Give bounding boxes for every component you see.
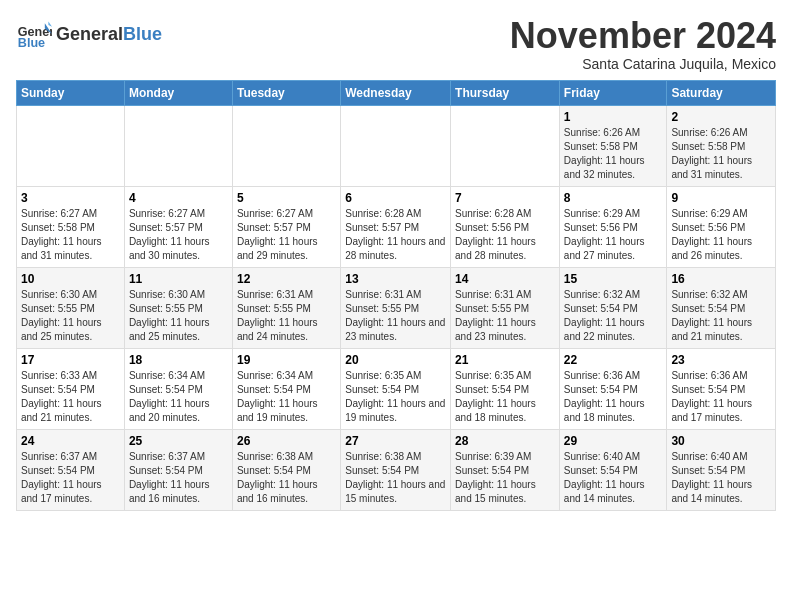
day-info: Sunrise: 6:32 AM Sunset: 5:54 PM Dayligh… — [671, 288, 771, 344]
logo: General Blue GeneralBlue — [16, 16, 162, 52]
calendar-header: SundayMondayTuesdayWednesdayThursdayFrid… — [17, 80, 776, 105]
day-info: Sunrise: 6:35 AM Sunset: 5:54 PM Dayligh… — [455, 369, 555, 425]
day-info: Sunrise: 6:31 AM Sunset: 5:55 PM Dayligh… — [455, 288, 555, 344]
day-info: Sunrise: 6:39 AM Sunset: 5:54 PM Dayligh… — [455, 450, 555, 506]
day-number: 5 — [237, 191, 336, 205]
day-number: 13 — [345, 272, 446, 286]
day-number: 21 — [455, 353, 555, 367]
day-number: 6 — [345, 191, 446, 205]
calendar-cell — [17, 105, 125, 186]
day-number: 28 — [455, 434, 555, 448]
calendar-cell: 16Sunrise: 6:32 AM Sunset: 5:54 PM Dayli… — [667, 267, 776, 348]
day-info: Sunrise: 6:31 AM Sunset: 5:55 PM Dayligh… — [237, 288, 336, 344]
day-info: Sunrise: 6:37 AM Sunset: 5:54 PM Dayligh… — [129, 450, 228, 506]
header: General Blue GeneralBlue November 2024 S… — [16, 16, 776, 72]
calendar-week-2: 3Sunrise: 6:27 AM Sunset: 5:58 PM Daylig… — [17, 186, 776, 267]
weekday-header-friday: Friday — [559, 80, 667, 105]
day-info: Sunrise: 6:35 AM Sunset: 5:54 PM Dayligh… — [345, 369, 446, 425]
calendar-cell: 2Sunrise: 6:26 AM Sunset: 5:58 PM Daylig… — [667, 105, 776, 186]
day-info: Sunrise: 6:29 AM Sunset: 5:56 PM Dayligh… — [671, 207, 771, 263]
calendar-cell: 27Sunrise: 6:38 AM Sunset: 5:54 PM Dayli… — [341, 429, 451, 510]
calendar-cell: 1Sunrise: 6:26 AM Sunset: 5:58 PM Daylig… — [559, 105, 667, 186]
title-area: November 2024 Santa Catarina Juquila, Me… — [510, 16, 776, 72]
location-subtitle: Santa Catarina Juquila, Mexico — [510, 56, 776, 72]
day-info: Sunrise: 6:27 AM Sunset: 5:57 PM Dayligh… — [237, 207, 336, 263]
day-number: 15 — [564, 272, 663, 286]
day-number: 17 — [21, 353, 120, 367]
day-info: Sunrise: 6:27 AM Sunset: 5:58 PM Dayligh… — [21, 207, 120, 263]
calendar-cell: 6Sunrise: 6:28 AM Sunset: 5:57 PM Daylig… — [341, 186, 451, 267]
day-number: 2 — [671, 110, 771, 124]
calendar-cell: 7Sunrise: 6:28 AM Sunset: 5:56 PM Daylig… — [451, 186, 560, 267]
day-number: 14 — [455, 272, 555, 286]
calendar-week-5: 24Sunrise: 6:37 AM Sunset: 5:54 PM Dayli… — [17, 429, 776, 510]
day-number: 10 — [21, 272, 120, 286]
day-info: Sunrise: 6:27 AM Sunset: 5:57 PM Dayligh… — [129, 207, 228, 263]
weekday-header-sunday: Sunday — [17, 80, 125, 105]
calendar-cell: 17Sunrise: 6:33 AM Sunset: 5:54 PM Dayli… — [17, 348, 125, 429]
weekday-row: SundayMondayTuesdayWednesdayThursdayFrid… — [17, 80, 776, 105]
day-number: 26 — [237, 434, 336, 448]
day-info: Sunrise: 6:37 AM Sunset: 5:54 PM Dayligh… — [21, 450, 120, 506]
weekday-header-thursday: Thursday — [451, 80, 560, 105]
day-info: Sunrise: 6:26 AM Sunset: 5:58 PM Dayligh… — [564, 126, 663, 182]
calendar-table: SundayMondayTuesdayWednesdayThursdayFrid… — [16, 80, 776, 511]
day-number: 27 — [345, 434, 446, 448]
day-info: Sunrise: 6:34 AM Sunset: 5:54 PM Dayligh… — [237, 369, 336, 425]
day-number: 23 — [671, 353, 771, 367]
calendar-cell: 23Sunrise: 6:36 AM Sunset: 5:54 PM Dayli… — [667, 348, 776, 429]
calendar-cell: 13Sunrise: 6:31 AM Sunset: 5:55 PM Dayli… — [341, 267, 451, 348]
calendar-cell: 20Sunrise: 6:35 AM Sunset: 5:54 PM Dayli… — [341, 348, 451, 429]
day-info: Sunrise: 6:38 AM Sunset: 5:54 PM Dayligh… — [345, 450, 446, 506]
calendar-cell — [232, 105, 340, 186]
calendar-cell: 28Sunrise: 6:39 AM Sunset: 5:54 PM Dayli… — [451, 429, 560, 510]
day-info: Sunrise: 6:30 AM Sunset: 5:55 PM Dayligh… — [21, 288, 120, 344]
day-number: 12 — [237, 272, 336, 286]
day-number: 18 — [129, 353, 228, 367]
day-number: 11 — [129, 272, 228, 286]
day-number: 24 — [21, 434, 120, 448]
calendar-week-1: 1Sunrise: 6:26 AM Sunset: 5:58 PM Daylig… — [17, 105, 776, 186]
calendar-cell: 25Sunrise: 6:37 AM Sunset: 5:54 PM Dayli… — [124, 429, 232, 510]
calendar-cell: 8Sunrise: 6:29 AM Sunset: 5:56 PM Daylig… — [559, 186, 667, 267]
day-number: 25 — [129, 434, 228, 448]
day-info: Sunrise: 6:40 AM Sunset: 5:54 PM Dayligh… — [564, 450, 663, 506]
day-number: 19 — [237, 353, 336, 367]
day-info: Sunrise: 6:26 AM Sunset: 5:58 PM Dayligh… — [671, 126, 771, 182]
day-info: Sunrise: 6:34 AM Sunset: 5:54 PM Dayligh… — [129, 369, 228, 425]
calendar-cell: 9Sunrise: 6:29 AM Sunset: 5:56 PM Daylig… — [667, 186, 776, 267]
calendar-cell — [124, 105, 232, 186]
day-info: Sunrise: 6:36 AM Sunset: 5:54 PM Dayligh… — [564, 369, 663, 425]
day-number: 30 — [671, 434, 771, 448]
calendar-cell: 29Sunrise: 6:40 AM Sunset: 5:54 PM Dayli… — [559, 429, 667, 510]
logo-general: General — [56, 24, 123, 45]
day-number: 22 — [564, 353, 663, 367]
calendar-cell: 3Sunrise: 6:27 AM Sunset: 5:58 PM Daylig… — [17, 186, 125, 267]
day-info: Sunrise: 6:31 AM Sunset: 5:55 PM Dayligh… — [345, 288, 446, 344]
calendar-cell: 24Sunrise: 6:37 AM Sunset: 5:54 PM Dayli… — [17, 429, 125, 510]
calendar-cell: 21Sunrise: 6:35 AM Sunset: 5:54 PM Dayli… — [451, 348, 560, 429]
month-title: November 2024 — [510, 16, 776, 56]
calendar-cell: 11Sunrise: 6:30 AM Sunset: 5:55 PM Dayli… — [124, 267, 232, 348]
day-info: Sunrise: 6:40 AM Sunset: 5:54 PM Dayligh… — [671, 450, 771, 506]
calendar-cell: 10Sunrise: 6:30 AM Sunset: 5:55 PM Dayli… — [17, 267, 125, 348]
day-info: Sunrise: 6:36 AM Sunset: 5:54 PM Dayligh… — [671, 369, 771, 425]
calendar-week-4: 17Sunrise: 6:33 AM Sunset: 5:54 PM Dayli… — [17, 348, 776, 429]
day-number: 3 — [21, 191, 120, 205]
day-info: Sunrise: 6:32 AM Sunset: 5:54 PM Dayligh… — [564, 288, 663, 344]
weekday-header-tuesday: Tuesday — [232, 80, 340, 105]
svg-text:Blue: Blue — [18, 36, 45, 50]
logo-blue: Blue — [123, 24, 162, 45]
day-number: 16 — [671, 272, 771, 286]
calendar-cell: 22Sunrise: 6:36 AM Sunset: 5:54 PM Dayli… — [559, 348, 667, 429]
day-info: Sunrise: 6:30 AM Sunset: 5:55 PM Dayligh… — [129, 288, 228, 344]
day-number: 29 — [564, 434, 663, 448]
day-info: Sunrise: 6:33 AM Sunset: 5:54 PM Dayligh… — [21, 369, 120, 425]
day-number: 9 — [671, 191, 771, 205]
calendar-cell — [341, 105, 451, 186]
day-number: 8 — [564, 191, 663, 205]
day-number: 1 — [564, 110, 663, 124]
calendar-cell: 5Sunrise: 6:27 AM Sunset: 5:57 PM Daylig… — [232, 186, 340, 267]
weekday-header-saturday: Saturday — [667, 80, 776, 105]
day-info: Sunrise: 6:29 AM Sunset: 5:56 PM Dayligh… — [564, 207, 663, 263]
